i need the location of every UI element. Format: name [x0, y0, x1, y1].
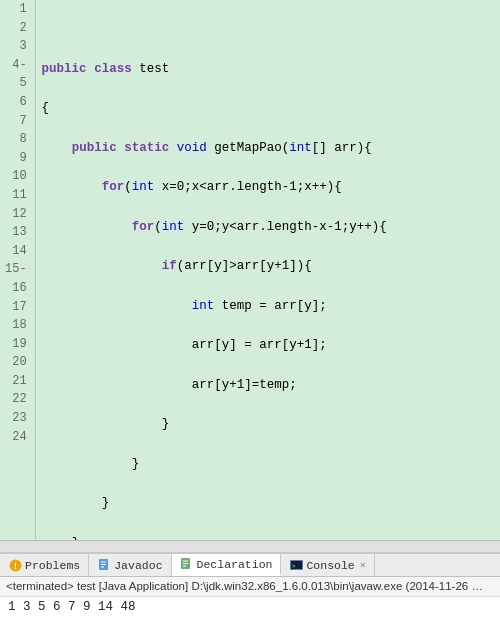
- tab-console[interactable]: >_ Console ✕: [281, 554, 374, 576]
- line-num: 14: [5, 242, 27, 261]
- terminated-status: <terminated> test [Java Application] D:\…: [6, 580, 495, 592]
- code-line-9: arr[y] = arr[y+1];: [42, 336, 494, 355]
- code-line-8: int temp = arr[y];: [42, 297, 494, 316]
- console-close-x[interactable]: ✕: [360, 559, 366, 571]
- tab-javadoc[interactable]: Javadoc: [89, 554, 171, 576]
- code-line-2: public class test: [42, 60, 494, 79]
- line-num: 5: [5, 74, 27, 93]
- line-num: 4-: [5, 56, 27, 75]
- line-num: 2: [5, 19, 27, 38]
- line-num: 15-: [5, 260, 27, 279]
- line-num: 16: [5, 279, 27, 298]
- code-line-3: {: [42, 99, 494, 118]
- bottom-tab-bar: ! Problems Javadoc Declaration: [0, 552, 500, 576]
- line-num: 20: [5, 353, 27, 372]
- line-num: 24: [5, 428, 27, 447]
- line-num: 23: [5, 409, 27, 428]
- tab-declaration-label: Declaration: [197, 558, 273, 571]
- code-line-12: }: [42, 455, 494, 474]
- line-num: 9: [5, 149, 27, 168]
- editor-area: 1 2 3 4- 5 6 7 8 9 10 11 12 13 14 15- 16…: [0, 0, 500, 552]
- tab-declaration[interactable]: Declaration: [172, 554, 282, 576]
- line-num: 17: [5, 298, 27, 317]
- tab-problems[interactable]: ! Problems: [0, 554, 89, 576]
- line-num: 7: [5, 112, 27, 131]
- line-num: 11: [5, 186, 27, 205]
- svg-text:!: !: [12, 562, 17, 572]
- tab-problems-label: Problems: [25, 559, 80, 572]
- line-num: 18: [5, 316, 27, 335]
- console-icon: >_: [289, 558, 303, 572]
- doc-icon: [97, 558, 111, 572]
- output-line: 1 3 5 6 7 9 14 48: [0, 596, 500, 617]
- tab-console-label: Console: [306, 559, 354, 572]
- code-line-1: [42, 20, 494, 39]
- line-num: 22: [5, 390, 27, 409]
- page-icon: [180, 557, 194, 571]
- warning-icon: !: [8, 558, 22, 572]
- code-line-13: }: [42, 494, 494, 513]
- code-line-7: if(arr[y]>arr[y+1]){: [42, 257, 494, 276]
- line-numbers: 1 2 3 4- 5 6 7 8 9 10 11 12 13 14 15- 16…: [0, 0, 36, 540]
- code-line-5: for(int x=0;x<arr.length-1;x++){: [42, 178, 494, 197]
- code-line-6: for(int y=0;y<arr.length-x-1;y++){: [42, 218, 494, 237]
- line-num: 13: [5, 223, 27, 242]
- line-num: 1: [5, 0, 27, 19]
- status-bar: <terminated> test [Java Application] D:\…: [0, 576, 500, 596]
- line-num: 6: [5, 93, 27, 112]
- code-content[interactable]: public class test { public static void g…: [36, 0, 500, 540]
- line-num: 8: [5, 130, 27, 149]
- line-num: 10: [5, 167, 27, 186]
- horizontal-scrollbar[interactable]: [0, 540, 500, 552]
- output-values: 1 3 5 6 7 9 14 48: [8, 600, 136, 614]
- line-num: 19: [5, 335, 27, 354]
- line-num: 12: [5, 205, 27, 224]
- tab-javadoc-label: Javadoc: [114, 559, 162, 572]
- line-num: 3: [5, 37, 27, 56]
- code-line-10: arr[y+1]=temp;: [42, 376, 494, 395]
- code-container: 1 2 3 4- 5 6 7 8 9 10 11 12 13 14 15- 16…: [0, 0, 500, 540]
- code-line-11: }: [42, 415, 494, 434]
- line-num: 21: [5, 372, 27, 391]
- svg-text:>_: >_: [292, 562, 300, 570]
- code-line-4: public static void getMapPao(int[] arr){: [42, 139, 494, 158]
